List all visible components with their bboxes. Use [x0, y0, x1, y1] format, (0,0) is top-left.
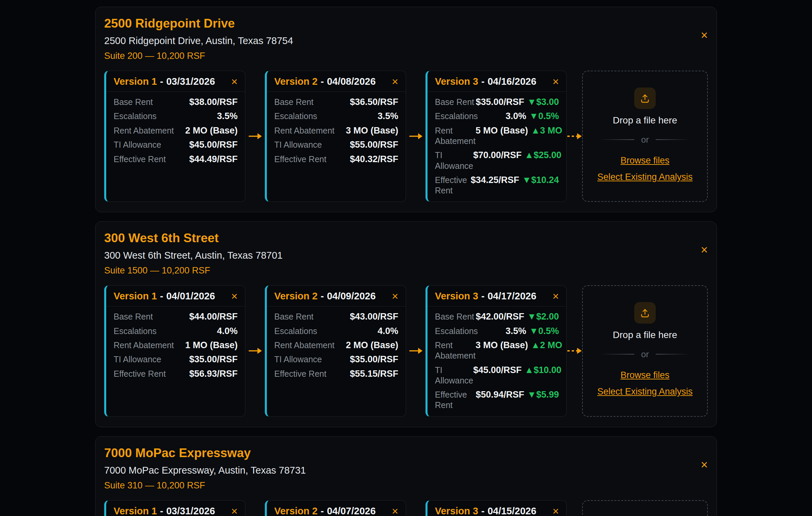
or-divider: or: [600, 349, 690, 360]
version-flow-arrow: [406, 71, 426, 202]
version-card-body: Base Rent $44.00/RSF Escalations 4.0% Re…: [106, 306, 245, 385]
metric-value-group: $35.00/RSF: [350, 354, 398, 364]
property-title: 300 West 6th Street: [104, 231, 708, 245]
metric-value: 3.5%: [377, 111, 398, 121]
metric-value: $45.00/RSF: [189, 140, 238, 150]
close-icon[interactable]: ×: [701, 244, 708, 256]
metric-delta: ▼$10.24: [522, 175, 559, 185]
version-card-title: Version 1 - 04/01/2026: [114, 291, 215, 302]
metric-label: Escalations: [274, 326, 317, 336]
metric-value-group: 3 MO (Base): [346, 125, 398, 136]
property-suite: Suite 1500 — 10,200 RSF: [104, 265, 708, 276]
version-date: 04/16/2026: [488, 76, 536, 87]
close-icon[interactable]: ×: [392, 76, 398, 87]
select-existing-analysis-link[interactable]: Select Existing Analysis: [597, 172, 693, 182]
file-dropzone[interactable]: Drop a file here or Browse files Select …: [582, 285, 708, 416]
close-icon[interactable]: ×: [231, 506, 238, 516]
browse-files-link[interactable]: Browse files: [620, 370, 669, 380]
metric-value-group: 3.5%: [217, 111, 238, 121]
file-dropzone[interactable]: Drop a file here or Browse files Select …: [582, 71, 708, 202]
metric-value: 2 MO (Base): [346, 340, 398, 350]
metric-label: Effective Rent: [435, 175, 471, 196]
property-title: 7000 MoPac Expressway: [104, 446, 708, 460]
metric-row: TI Allowance $45.00/RSF▲$10.00: [435, 363, 559, 388]
metric-value: 2 MO (Base): [185, 126, 238, 136]
version-date: 04/17/2026: [488, 291, 536, 302]
metric-label: Rent Abatement: [114, 126, 174, 136]
metric-label: Base Rent: [435, 311, 474, 322]
version-card-body: Base Rent $43.00/RSF Escalations 4.0% Re…: [267, 306, 406, 385]
metric-value: $35.00/RSF: [350, 354, 398, 364]
property-address: 2500 Ridgepoint Drive, Austin, Texas 787…: [104, 35, 708, 47]
metric-value: $35.00/RSF: [476, 97, 524, 107]
metric-row: Rent Abatement 2 MO (Base): [114, 124, 238, 138]
select-existing-analysis-link[interactable]: Select Existing Analysis: [597, 386, 693, 397]
metric-label: TI Allowance: [435, 150, 473, 171]
close-icon[interactable]: ×: [392, 291, 398, 302]
metric-row: Escalations 3.5%: [274, 109, 398, 123]
property-panel: × 300 West 6th Street 300 West 6th Stree…: [95, 221, 717, 427]
metric-value-group: 2 MO (Base): [346, 340, 398, 351]
right-arrow-icon: [248, 347, 262, 355]
metric-value-group: $50.94/RSF▼$5.99: [476, 389, 559, 400]
version-card: Version 2 - 04/08/2026 × Base Rent $36.5…: [265, 71, 406, 202]
version-card-header: Version 3 - 04/17/2026 ×: [428, 286, 566, 306]
metric-value-group: $45.00/RSF: [189, 139, 238, 150]
metric-label: Escalations: [435, 111, 478, 121]
metric-value: $50.94/RSF: [476, 389, 524, 400]
metric-label: Effective Rent: [274, 369, 326, 379]
version-separator: -: [321, 506, 324, 516]
metric-value: $43.00/RSF: [350, 311, 398, 322]
version-separator: -: [160, 291, 163, 302]
close-icon[interactable]: ×: [231, 291, 238, 302]
version-label: Version 3: [435, 506, 478, 516]
metric-row: Effective Rent $40.32/RSF: [274, 152, 398, 166]
metric-row: Escalations 3.5%▼0.5%: [435, 324, 559, 338]
metric-row: Escalations 4.0%: [114, 324, 238, 338]
metric-delta: ▼$3.00: [527, 97, 559, 107]
close-icon[interactable]: ×: [701, 29, 708, 42]
file-dropzone[interactable]: Drop a file here or Browse files Select …: [582, 500, 708, 516]
metric-row: TI Allowance $35.00/RSF: [114, 352, 238, 366]
or-label: or: [641, 135, 649, 145]
version-card: Version 3 - 04/16/2026 × Base Rent $35.0…: [426, 71, 567, 202]
metric-value-group: $38.00/RSF: [189, 97, 238, 107]
browse-files-link[interactable]: Browse files: [620, 155, 669, 166]
version-card: Version 1 - 04/01/2026 × Base Rent $44.0…: [104, 285, 245, 416]
metric-row: Base Rent $38.00/RSF: [114, 95, 238, 109]
metric-row: Escalations 3.5%: [114, 109, 238, 123]
property-panel: × 7000 MoPac Expressway 7000 MoPac Expre…: [95, 436, 717, 516]
close-icon[interactable]: ×: [553, 506, 559, 516]
close-icon[interactable]: ×: [392, 506, 398, 516]
version-card-body: Base Rent $38.00/RSF Escalations 3.5% Re…: [106, 92, 245, 170]
metric-label: Effective Rent: [274, 154, 326, 164]
version-label: Version 1: [114, 76, 157, 87]
metric-delta: ▲$25.00: [525, 150, 561, 160]
close-icon[interactable]: ×: [553, 291, 559, 302]
close-icon[interactable]: ×: [701, 459, 708, 471]
divider-line: [656, 354, 691, 355]
close-icon[interactable]: ×: [231, 76, 238, 87]
version-flow-arrow: [245, 500, 265, 516]
version-card-header: Version 3 - 04/15/2026 ×: [428, 500, 566, 516]
metric-value: $34.25/RSF: [471, 175, 519, 185]
metric-value-group: $55.15/RSF: [350, 368, 398, 379]
metric-row: Effective Rent $50.94/RSF▼$5.99: [435, 387, 559, 412]
version-separator: -: [481, 76, 485, 87]
metric-value-group: $36.50/RSF: [350, 97, 398, 107]
metric-value-group: $40.32/RSF: [350, 154, 398, 164]
metric-label: Escalations: [114, 111, 156, 121]
version-label: Version 3: [435, 291, 478, 302]
version-card-title: Version 2 - 04/08/2026: [274, 76, 376, 87]
close-icon[interactable]: ×: [553, 76, 559, 87]
metric-delta: ▼$2.00: [527, 311, 559, 322]
version-card-header: Version 1 - 03/31/2026 ×: [106, 500, 245, 516]
metric-row: Effective Rent $44.49/RSF: [114, 152, 238, 166]
version-card-title: Version 1 - 03/31/2026: [114, 506, 215, 516]
page: × 2500 Ridgepoint Drive 2500 Ridgepoint …: [95, 0, 717, 516]
metric-value-group: 5 MO (Base)▲3 MO: [475, 125, 562, 136]
metric-label: Base Rent: [114, 311, 153, 322]
version-date: 03/31/2026: [166, 76, 215, 87]
metric-value: $38.00/RSF: [189, 97, 238, 107]
version-card-title: Version 3 - 04/15/2026: [435, 506, 536, 516]
